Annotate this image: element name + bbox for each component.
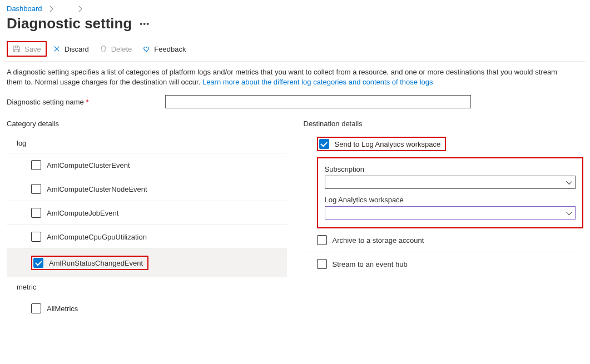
checkbox[interactable] — [31, 184, 41, 194]
chevron-down-icon — [566, 209, 572, 215]
metric-heading: metric — [7, 277, 287, 297]
checkbox-archive[interactable] — [317, 235, 327, 245]
checkbox[interactable] — [33, 258, 43, 268]
checkbox-eventhub[interactable] — [317, 259, 327, 269]
delete-button[interactable]: Delete — [95, 42, 137, 56]
breadcrumb-dashboard[interactable]: Dashboard — [7, 4, 42, 13]
required-asterisk: * — [86, 98, 88, 106]
save-label: Save — [24, 45, 41, 53]
log-analytics-panel: Subscription Log Analytics workspace — [317, 157, 584, 228]
more-icon[interactable]: ••• — [140, 19, 150, 28]
log-row-amlcomputeclusternodeevent: AmlComputeClusterNodeEvent — [7, 177, 287, 201]
checkbox-send-la[interactable] — [319, 139, 329, 149]
send-la-label: Send to Log Analytics workspace — [335, 140, 441, 148]
save-button[interactable]: Save — [8, 42, 46, 56]
subscription-select[interactable] — [325, 176, 576, 189]
delete-label: Delete — [111, 45, 132, 53]
heart-icon — [142, 44, 151, 53]
destination-details: Destination details Send to Log Analytic… — [304, 116, 584, 320]
log-label: AmlComputeClusterNodeEvent — [47, 185, 147, 193]
chevron-down-icon — [566, 178, 572, 185]
archive-label: Archive to a storage account — [333, 236, 424, 245]
log-label: AmlComputeCpuGpuUtilization — [47, 233, 147, 241]
dest-row-archive: Archive to a storage account — [304, 228, 584, 252]
save-icon — [12, 44, 21, 53]
breadcrumb: Dashboard — [4, 2, 586, 14]
eventhub-label: Stream to an event hub — [333, 260, 408, 268]
log-row-amlcomputeclusterevent: AmlComputeClusterEvent — [7, 153, 287, 177]
discard-button[interactable]: Discard — [48, 42, 93, 56]
setting-name-input[interactable] — [165, 95, 471, 108]
page-title: Diagnostic setting — [7, 15, 132, 32]
log-label: AmlRunStatusChangedEvent — [49, 259, 143, 267]
metric-row-allmetrics: AllMetrics — [7, 297, 287, 320]
chevron-right-icon — [76, 6, 82, 12]
feedback-button[interactable]: Feedback — [137, 42, 190, 56]
setting-name-label: Diagnostic setting name * — [7, 98, 154, 106]
description: A diagnostic setting specifies a list of… — [4, 62, 572, 89]
subscription-label: Subscription — [325, 164, 576, 176]
metric-label: AllMetrics — [47, 305, 78, 313]
checkbox[interactable] — [31, 232, 41, 242]
workspace-label: Log Analytics workspace — [325, 195, 576, 206]
log-label: AmlComputeJobEvent — [47, 209, 118, 217]
chevron-right-icon — [47, 6, 53, 12]
log-heading: log — [7, 133, 287, 153]
destination-heading: Destination details — [304, 116, 584, 133]
learn-more-link[interactable]: Learn more about the different log categ… — [202, 78, 433, 86]
category-heading: Category details — [7, 116, 287, 133]
log-row-amlcomputejobevent: AmlComputeJobEvent — [7, 201, 287, 225]
checkbox[interactable] — [31, 303, 41, 313]
feedback-label: Feedback — [154, 45, 186, 53]
title-row: Diagnostic setting ••• — [4, 14, 586, 40]
checkbox[interactable] — [31, 160, 41, 170]
log-label: AmlComputeClusterEvent — [47, 161, 130, 169]
delete-icon — [99, 44, 108, 53]
dest-row-eventhub: Stream to an event hub — [304, 252, 584, 276]
category-details: Category details log AmlComputeClusterEv… — [7, 116, 287, 320]
toolbar: Save Discard Delete Feedback — [4, 40, 586, 62]
discard-label: Discard — [65, 45, 89, 53]
workspace-select[interactable] — [325, 206, 576, 220]
log-row-amlrunstatuschangedevent: AmlRunStatusChangedEvent — [7, 249, 287, 277]
log-row-amlcomputecpugpuutilization: AmlComputeCpuGpuUtilization — [7, 225, 287, 249]
close-icon — [52, 44, 61, 53]
setting-name-row: Diagnostic setting name * — [4, 89, 586, 114]
checkbox[interactable] — [31, 208, 41, 218]
